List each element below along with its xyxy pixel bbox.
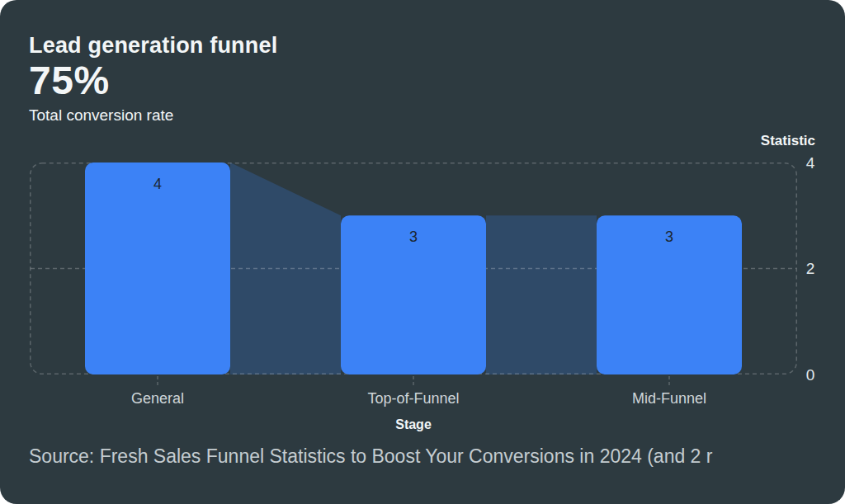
- funnel-chart-card: Lead generation funnel 75% Total convers…: [0, 0, 845, 504]
- y-tick-label: 4: [806, 154, 815, 172]
- bar-value-label: 4: [153, 176, 162, 192]
- x-axis-labels: GeneralTop-of-FunnelMid-Funnel: [30, 390, 797, 407]
- chart-title: Lead generation funnel: [29, 33, 277, 58]
- conversion-rate-caption: Total conversion rate: [29, 106, 277, 125]
- y-tick-label: 0: [806, 366, 815, 384]
- bar-value-label: 3: [409, 228, 418, 245]
- funnel-chart-plot: 433420: [30, 163, 822, 389]
- x-axis-label-top-of-funnel: Top-of-Funnel: [286, 390, 541, 407]
- chart-header: Lead generation funnel 75% Total convers…: [29, 33, 277, 125]
- conversion-rate-value: 75%: [29, 60, 277, 101]
- bar-value-label: 3: [665, 228, 673, 245]
- source-text: Source: Fresh Sales Funnel Statistics to…: [29, 445, 845, 468]
- x-axis-title: Stage: [30, 417, 797, 432]
- y-axis-title: Statistic: [30, 133, 815, 149]
- funnel-connector: [486, 215, 597, 374]
- x-axis-label-mid-funnel: Mid-Funnel: [541, 390, 797, 407]
- y-tick-label: 2: [806, 260, 815, 277]
- funnel-bar-general[interactable]: [85, 163, 230, 374]
- x-axis-label-general: General: [30, 390, 286, 407]
